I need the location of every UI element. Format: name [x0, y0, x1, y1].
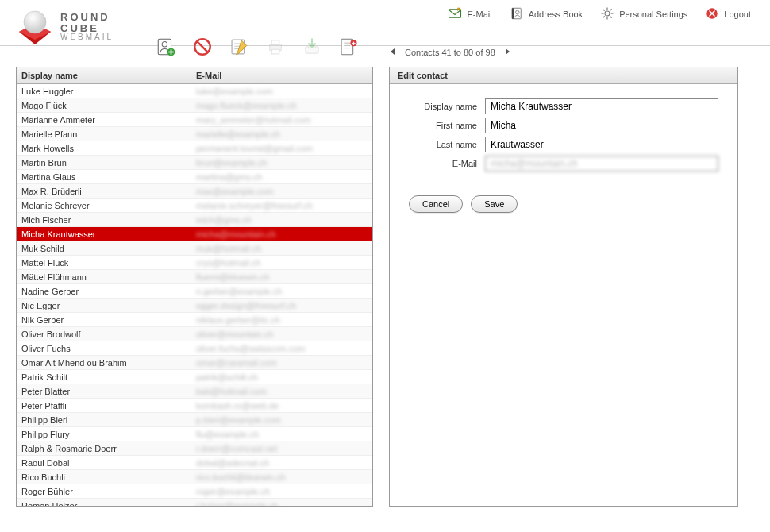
delete-contact-button[interactable] — [191, 36, 214, 58]
cell-display-name: Roman Holzer — [17, 501, 191, 507]
input-last-name[interactable] — [485, 137, 718, 152]
cell-email: omar@caramail.com — [191, 358, 372, 368]
cell-email: permanent.tourist@gmail.com — [191, 144, 372, 153]
input-first-name[interactable] — [485, 118, 718, 133]
cell-email: luke@example.com — [191, 87, 372, 96]
new-contact-button[interactable] — [155, 36, 177, 58]
compose-to-contact-button[interactable] — [228, 36, 250, 58]
cell-display-name: Luke Huggler — [17, 87, 191, 96]
svg-rect-3 — [449, 10, 461, 18]
cell-display-name: Nic Egger — [17, 301, 191, 310]
svg-line-14 — [610, 16, 612, 17]
table-row[interactable]: Nic Eggeregger.design@freesurf.ch — [17, 299, 372, 313]
svg-line-13 — [603, 9, 605, 10]
table-row[interactable]: Philipp Bierip.bieri@example.com — [17, 413, 372, 427]
svg-rect-34 — [306, 47, 318, 53]
nav-email[interactable]: E-Mail — [448, 6, 491, 22]
table-row[interactable]: Patrik Schiltpatrik@schilt.ch — [17, 370, 372, 384]
nav-logout[interactable]: Logout — [705, 6, 751, 22]
table-row[interactable]: Peter Blatterbab@hotmail.com — [17, 384, 372, 399]
table-row[interactable]: Micha Krautwassermicha@mountain.ch — [17, 227, 372, 241]
table-row[interactable]: Mark Howellspermanent.tourist@gmail.com — [17, 141, 372, 156]
table-row[interactable]: Martin Brunbrun@example.ch — [17, 156, 372, 170]
cell-display-name: Martin Brun — [17, 158, 191, 168]
nav-addressbook[interactable]: Address Book — [510, 6, 583, 22]
svg-marker-41 — [391, 48, 395, 55]
cell-email: p.bieri@example.com — [191, 415, 372, 425]
table-row[interactable]: Oliver Fuchsoliver.fuchs@swisscom.com — [17, 341, 372, 356]
table-row[interactable]: Marielle Pfannmarielle@example.ch — [17, 127, 372, 141]
cell-email: rico.buchli@bluewin.ch — [191, 472, 372, 482]
cancel-button[interactable]: Cancel — [409, 195, 463, 213]
label-last-name: Last name — [409, 140, 485, 149]
logout-icon — [705, 6, 719, 22]
addressbook-icon — [510, 6, 524, 22]
table-row[interactable]: Martina Glausmartina@gms.ch — [17, 170, 372, 184]
import-button[interactable]: ✚ — [337, 36, 360, 58]
svg-point-8 — [605, 11, 610, 16]
table-row[interactable]: Max R. Brüderlimax@example.com — [17, 184, 372, 199]
cell-email: fluemi@bluewin.ch — [191, 272, 372, 282]
nav-email-label: E-Mail — [467, 10, 491, 19]
table-row[interactable]: Omar Ait Mhend ou Brahimomar@caramail.co… — [17, 356, 372, 370]
cell-email: micha@mountain.ch — [191, 229, 372, 239]
contact-rows-container[interactable]: Luke Hugglerluke@example.comMago Flückma… — [17, 84, 372, 506]
table-row[interactable]: Mättel Flückcrys@hotmail.ch — [17, 256, 372, 270]
save-button[interactable]: Save — [471, 195, 518, 213]
pager-text: Contacts 41 to 80 of 98 — [405, 48, 495, 57]
table-row[interactable]: Raoul Dobaldobal@adecnat.ch — [17, 456, 372, 470]
pager-next[interactable] — [503, 48, 511, 57]
col-display-name[interactable]: Display name — [17, 71, 191, 80]
pager-prev[interactable] — [389, 48, 397, 57]
nav-settings[interactable]: Personal Settings — [600, 6, 687, 22]
app-logo: ROUND CUBE WEBMAIL — [16, 8, 114, 46]
table-row[interactable]: Roger Bühlerroger@example.ch — [17, 484, 372, 499]
roundcube-logo-icon — [16, 8, 54, 46]
cell-email: dobal@adecnat.ch — [191, 458, 372, 468]
table-row[interactable]: Nadine Gerbern.gerber@example.ch — [17, 284, 372, 299]
export-button[interactable] — [301, 36, 323, 58]
svg-text:✚: ✚ — [352, 41, 356, 46]
table-row[interactable]: Mättel Flühmannfluemi@bluewin.ch — [17, 270, 372, 284]
table-row[interactable]: Luke Hugglerluke@example.com — [17, 84, 372, 98]
cell-display-name: Nadine Gerber — [17, 287, 191, 296]
table-row[interactable]: Roman Holzerr.holzer@example.ch — [17, 499, 372, 506]
cell-display-name: Oliver Fuchs — [17, 344, 191, 353]
table-row[interactable]: Muk Schildmuk@hotmail.ch — [17, 241, 372, 256]
svg-point-2 — [24, 11, 46, 33]
table-row[interactable]: Mago Flückmago.flueck@example.ch — [17, 98, 372, 113]
table-row[interactable]: Ralph & Rosmarie Doerrr.doerr@comcast.ne… — [17, 441, 372, 456]
col-email[interactable]: E-Mail — [191, 71, 372, 80]
print-button[interactable] — [264, 36, 287, 58]
table-row[interactable]: Nik Gerberniklaus.gerber@tic.ch — [17, 313, 372, 327]
table-row[interactable]: Rico Buchlirico.buchli@bluewin.ch — [17, 470, 372, 484]
input-display-name[interactable] — [485, 98, 718, 114]
cell-email: mich@gms.ch — [191, 215, 372, 225]
table-row[interactable]: Mich Fischermich@gms.ch — [17, 213, 372, 227]
table-row[interactable]: Oliver Brodwolfoliver@mountain.ch — [17, 327, 372, 341]
edit-panel-title: Edit contact — [390, 67, 737, 84]
cell-email: bab@hotmail.com — [191, 387, 372, 396]
table-row[interactable]: Melanie Schreyermelanie.schreyer@freesur… — [17, 199, 372, 213]
cell-display-name: Rico Buchli — [17, 472, 191, 482]
cell-email: marielle@example.ch — [191, 129, 372, 139]
cell-display-name: Peter Blatter — [17, 387, 191, 396]
cell-email: brun@example.ch — [191, 158, 372, 168]
input-email[interactable] — [485, 156, 718, 172]
table-row[interactable]: Peter Pfäfflikombash.ro@web.de — [17, 399, 372, 413]
cell-email: r.doerr@comcast.net — [191, 444, 372, 453]
cell-display-name: Mark Howells — [17, 144, 191, 153]
edit-contact-panel: Edit contact Display name First name Las… — [389, 67, 738, 507]
cell-display-name: Marianne Ammeter — [17, 115, 191, 125]
cell-email: mago.flueck@example.ch — [191, 101, 372, 110]
cell-email: n.gerber@example.ch — [191, 287, 372, 296]
cell-email: muk@hotmail.ch — [191, 244, 372, 253]
svg-line-16 — [610, 9, 612, 10]
cell-display-name: Mago Flück — [17, 101, 191, 110]
label-first-name: First name — [409, 121, 485, 130]
nav-logout-label: Logout — [724, 10, 751, 19]
cell-email: patrik@schilt.ch — [191, 372, 372, 382]
table-row[interactable]: Philipp Fluryflu@example.ch — [17, 427, 372, 441]
cell-display-name: Micha Krautwasser — [17, 229, 191, 239]
table-row[interactable]: Marianne Ammetermary_ammeter@hotmail.com — [17, 113, 372, 127]
